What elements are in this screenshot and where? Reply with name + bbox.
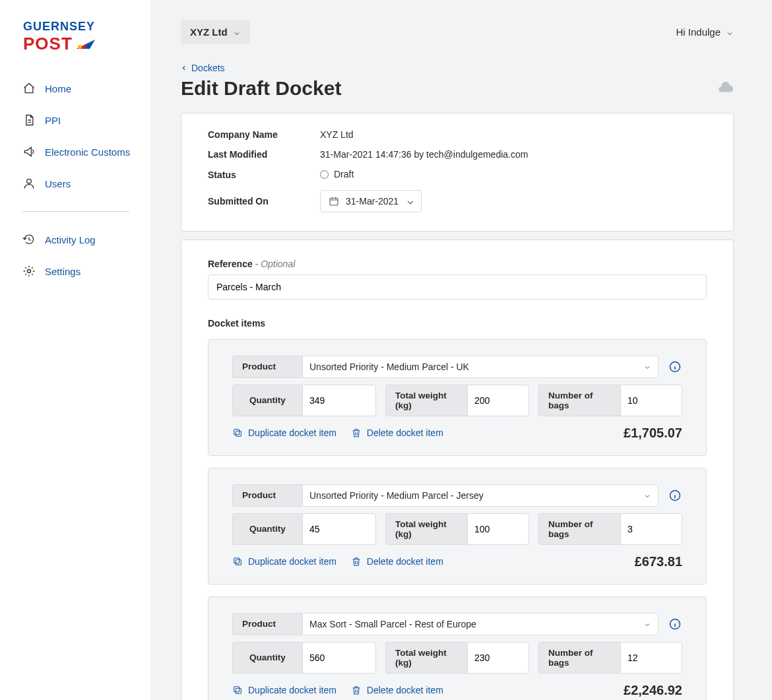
chevron-down-icon [233,28,241,36]
submitted-date-value: 31-Mar-2021 [346,196,399,207]
weight-input[interactable] [467,385,529,416]
duplicate-item-label: Duplicate docket item [248,685,337,695]
info-icon [668,360,682,373]
item-price: £673.81 [635,554,682,569]
brand-line2: POST [23,34,73,54]
quantity-label: Quantity [232,642,302,674]
nav-activity-label: Activity Log [45,234,96,245]
item-price: £2,246.92 [624,683,682,698]
megaphone-icon [22,145,36,158]
meta-status-label: Status [208,170,320,180]
delete-item-label: Delete docket item [367,685,443,695]
user-menu[interactable]: Hi Indulge [676,26,734,38]
product-info-button[interactable] [668,484,682,507]
user-icon [22,177,36,190]
product-select[interactable]: Max Sort - Small Parcel - Rest of Europe [302,613,659,635]
weight-input[interactable] [467,642,529,674]
chevron-down-icon [643,363,651,371]
topbar: XYZ Ltd Hi Indulge [181,20,734,44]
delete-item-label: Delete docket item [367,556,443,567]
duplicate-item-button[interactable]: Duplicate docket item [232,428,337,438]
duplicate-item-button[interactable]: Duplicate docket item [232,556,337,567]
nav-ppi-label: PPI [45,115,61,126]
quantity-input[interactable] [302,513,376,545]
bags-label: Number of bags [538,513,620,545]
delete-item-button[interactable]: Delete docket item [351,428,443,438]
quantity-input[interactable] [302,385,376,416]
trash-icon [351,428,362,438]
weight-label: Total weight (kg) [385,385,467,416]
delete-item-button[interactable]: Delete docket item [351,556,443,567]
chevron-down-icon [643,620,651,628]
svg-rect-3 [330,198,338,205]
brand-logo: GUERNSEY POST [23,20,139,54]
bags-input[interactable] [620,385,682,416]
duplicate-item-label: Duplicate docket item [248,428,337,438]
bags-input[interactable] [620,642,682,674]
delete-item-button[interactable]: Delete docket item [351,685,443,695]
svg-rect-9 [234,558,240,563]
user-greeting: Hi Indulge [676,26,721,38]
trash-icon [351,556,362,567]
product-label: Product [232,613,302,635]
sidebar-nav: Home PPI Electronic Customs Users Activi… [13,80,139,279]
delete-item-label: Delete docket item [367,428,443,438]
copy-icon [232,556,243,567]
svg-rect-12 [234,687,240,692]
org-selector-label: XYZ Ltd [190,26,228,38]
sidebar: GUERNSEY POST Home PPI Electro [0,0,150,700]
page-title: Edit Draft Docket [181,77,341,100]
svg-rect-11 [236,688,241,693]
status-draft-radio[interactable] [320,170,329,179]
reference-input[interactable] [208,274,707,300]
breadcrumb: Dockets [181,63,734,73]
weight-label: Total weight (kg) [385,513,467,545]
main-content: XYZ Ltd Hi Indulge Dockets Edit Draft Do… [150,0,772,700]
nav-home[interactable]: Home [13,80,139,96]
product-select[interactable]: Unsorted Priority - Medium Parcel - Jers… [302,484,659,507]
cloud-status-icon [717,82,734,96]
trash-icon [351,685,362,695]
submitted-date-picker[interactable]: 31-Mar-2021 [320,190,422,212]
docket-items-list: Product Unsorted Priority - Medium Parce… [208,339,707,701]
org-selector[interactable]: XYZ Ltd [181,20,250,44]
nav-divider [22,211,129,212]
nav-customs[interactable]: Electronic Customs [13,144,139,160]
info-icon [668,489,682,502]
product-select-value: Unsorted Priority - Medium Parcel - Jers… [309,490,484,501]
svg-point-2 [28,270,31,273]
product-info-button[interactable] [668,356,682,378]
brand-line1: GUERNSEY [23,20,139,34]
calendar-icon [329,196,339,207]
product-select[interactable]: Unsorted Priority - Medium Parcel - UK [302,356,659,378]
duplicate-item-button[interactable]: Duplicate docket item [232,685,337,695]
breadcrumb-back[interactable]: Dockets [181,63,225,73]
status-draft-option[interactable]: Draft [320,169,354,179]
docket-items-heading: Docket items [208,318,707,329]
nav-activity-log[interactable]: Activity Log [13,232,139,247]
nav-home-label: Home [45,83,71,94]
document-icon [22,113,36,127]
bags-label: Number of bags [538,642,620,674]
history-icon [22,233,36,246]
svg-rect-6 [234,430,240,435]
meta-modified-label: Last Modified [208,149,320,160]
svg-rect-5 [236,431,241,436]
copy-icon [232,428,243,438]
chevron-left-icon [181,65,187,71]
nav-users[interactable]: Users [13,175,139,191]
meta-company-label: Company Name [208,129,320,140]
nav-settings[interactable]: Settings [13,263,139,279]
weight-input[interactable] [467,513,529,545]
docket-meta-panel: Company Name XYZ Ltd Last Modified 31-Ma… [181,113,734,232]
quantity-label: Quantity [232,385,302,416]
nav-ppi[interactable]: PPI [13,112,139,128]
product-info-button[interactable] [668,613,682,635]
meta-company-value: XYZ Ltd [320,129,707,140]
meta-modified-value: 31-Mar-2021 14:47:36 by tech@indulgemedi… [320,149,707,160]
chevron-down-icon [726,28,734,36]
product-label: Product [232,484,302,507]
bags-input[interactable] [620,513,682,545]
quantity-input[interactable] [302,642,376,674]
weight-label: Total weight (kg) [385,642,467,674]
